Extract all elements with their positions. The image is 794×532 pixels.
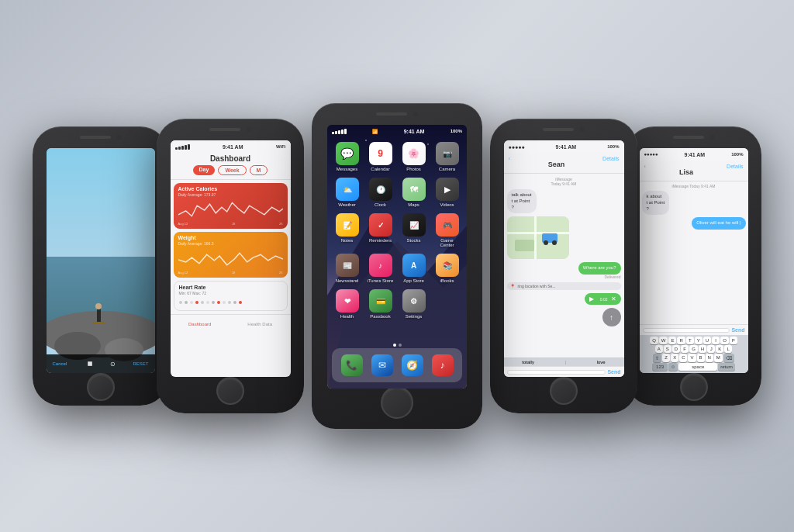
app-stocks[interactable]: 📈 Stocks [400,213,427,247]
notes-icon[interactable]: 📝 [336,213,359,237]
clock-icon[interactable]: 🕐 [369,178,392,201]
dock-mail[interactable]: ✉ [371,354,393,376]
app-health[interactable]: ❤ Health [333,289,361,319]
app-newsstand[interactable]: 📰 Newsstand [333,254,361,283]
key-q[interactable]: Q [650,337,658,344]
app-passbook[interactable]: 💳 Passbook [367,289,394,319]
app-weather[interactable]: ⛅ Weather [333,178,361,207]
itunes-icon[interactable]: ♪ [369,254,392,277]
messages-icon[interactable]: 💬 [336,142,359,165]
nav-dashboard[interactable]: Dashboard [188,322,211,326]
app-messages[interactable]: 💬 Messages [333,142,361,171]
crop-icon[interactable]: ⬜ [88,361,92,366]
key-r[interactable]: R [677,337,685,344]
send-up-icon[interactable]: ↑ [602,308,621,326]
videos-icon[interactable]: ▶ [436,178,459,201]
maps-icon[interactable]: 🗺 [402,178,426,201]
key-w[interactable]: W [659,337,668,344]
appstore-icon[interactable]: A [402,254,426,277]
audio-msg[interactable]: ▶ 0:02 ✕ [585,293,621,305]
home-button-center[interactable] [381,386,413,419]
autocomplete-1[interactable]: totally [522,360,534,364]
msg-input-2[interactable] [643,328,730,333]
app-ibooks[interactable]: 📚 iBooks [433,254,461,283]
stocks-icon[interactable]: 📈 [402,213,426,237]
calendar-icon[interactable]: 9 [369,142,392,165]
key-s[interactable]: S [664,345,671,353]
key-i[interactable]: I [712,337,720,344]
photos-icon[interactable]: 🌸 [402,142,426,165]
key-shift[interactable]: ⇧ [653,354,661,362]
settings-icon[interactable]: ⚙ [402,289,426,313]
key-f[interactable]: F [681,345,689,353]
dock-music[interactable]: ♪ [432,354,454,376]
key-v[interactable]: V [688,354,696,362]
details-link-1[interactable]: Details [602,156,619,161]
home-button-right2[interactable] [680,373,708,401]
tab-day[interactable]: Day [193,165,216,175]
newsstand-icon[interactable]: 📰 [336,254,359,277]
msg-input-1[interactable] [507,370,606,375]
app-maps[interactable]: 🗺 Maps [400,178,427,207]
key-u[interactable]: U [703,337,711,344]
cancel-label[interactable]: Cancel [53,361,67,366]
dock-safari[interactable]: 🧭 [402,354,423,376]
app-videos[interactable]: ▶ Videos [433,178,461,207]
key-g[interactable]: G [689,345,698,353]
key-a[interactable]: A [655,345,663,353]
key-h[interactable]: H [699,345,706,353]
app-notes[interactable]: 📝 Notes [333,213,361,247]
app-photos[interactable]: 🌸 Photos [400,142,427,171]
camera-icon[interactable]: 📷 [436,142,459,165]
key-b[interactable]: B [697,354,705,362]
nav-health-data[interactable]: Health Data [247,322,272,326]
home-button-right1[interactable] [550,377,578,405]
home-button-left2[interactable] [87,373,115,401]
gamecenter-icon[interactable]: 🎮 [436,213,459,237]
health-icon[interactable]: ❤ [336,289,359,313]
tab-month[interactable]: M [250,165,268,175]
key-d[interactable]: D [672,345,680,353]
ibooks-icon[interactable]: 📚 [436,254,459,277]
share-icon[interactable]: ⊙ [110,361,116,368]
health-tabs[interactable]: Day Week M [175,165,286,175]
home-button-left1[interactable] [216,377,244,405]
weather-icon[interactable]: ⛅ [336,178,359,201]
key-c[interactable]: C [679,354,687,362]
autocomplete-bar[interactable]: totally | love [504,358,624,366]
reminders-icon[interactable]: ✓ [369,213,392,237]
key-m[interactable]: M [714,354,723,362]
key-e[interactable]: E [668,337,676,344]
autocomplete-2[interactable]: love [597,360,606,364]
key-delete[interactable]: ⌫ [723,354,734,362]
key-l[interactable]: L [724,345,732,353]
tab-week[interactable]: Week [218,165,246,175]
health-nav[interactable]: Dashboard Health Data [171,314,291,333]
reset-label[interactable]: RESET [133,361,148,366]
app-settings[interactable]: ⚙ Settings [400,289,427,319]
key-emoji[interactable]: ☺ [668,363,678,371]
app-camera[interactable]: 📷 Camera [433,142,461,171]
app-itunes[interactable]: ♪ iTunes Store [367,254,394,283]
key-t[interactable]: T [686,337,694,344]
dock-phone[interactable]: 📞 [341,354,363,376]
key-k[interactable]: K [716,345,723,353]
send-button-2[interactable]: Send [731,327,744,333]
key-p[interactable]: P [730,337,737,344]
app-clock[interactable]: 🕐 Clock [367,178,394,207]
key-123[interactable]: 123 [652,363,668,371]
key-z[interactable]: Z [662,354,670,362]
app-appstore[interactable]: A App Store [400,254,427,283]
key-x[interactable]: X [671,354,678,362]
key-n[interactable]: N [706,354,713,362]
key-space[interactable]: space [678,363,717,371]
app-calendar[interactable]: 9 Calendar [367,142,394,171]
app-reminders[interactable]: ✓ Reminders [367,213,394,247]
send-button-1[interactable]: Send [607,369,620,375]
key-y[interactable]: Y [695,337,703,344]
key-o[interactable]: O [720,337,729,344]
passbook-icon[interactable]: 💳 [369,289,392,313]
app-gamecenter[interactable]: 🎮 Game Center [433,213,461,247]
key-return[interactable]: return [718,363,735,371]
details-link-2[interactable]: Details [727,164,743,169]
